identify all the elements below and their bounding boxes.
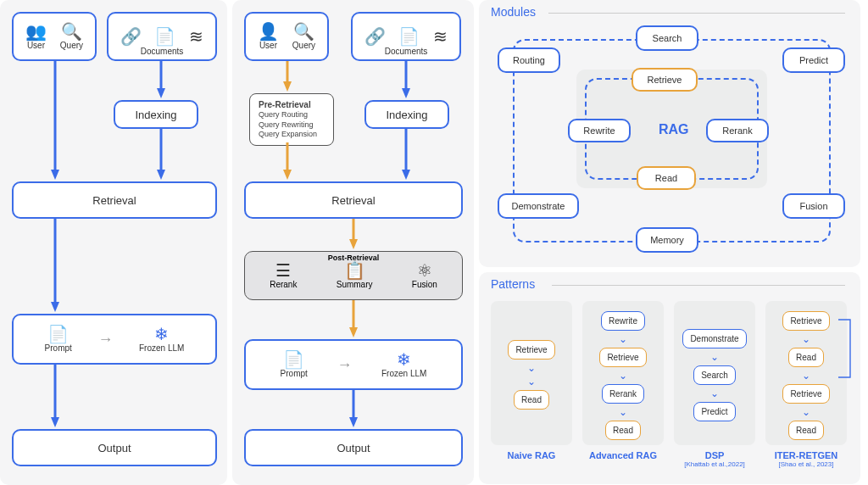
search-doc-icon-2: 🔍 (293, 23, 314, 40)
dsp-s2: Predict (693, 402, 735, 421)
retrieval-box: Retrieval (12, 181, 217, 219)
stack-icon: ≋ (189, 28, 203, 45)
svg-marker-1 (51, 170, 59, 180)
arrow-docs-indexing-2 (402, 61, 410, 100)
routing-box: Routing (498, 47, 560, 73)
frozen-label-2: Frozen LLM (381, 369, 426, 378)
iter-loop-connector (765, 301, 859, 445)
svg-marker-21 (349, 327, 358, 337)
documents-box: 🔗 📄 ≋ Documents (107, 12, 217, 61)
indexing-box: Indexing (114, 100, 198, 129)
stack-icon-2: ≋ (433, 28, 448, 45)
rerank-label: Rerank (270, 280, 297, 289)
retrieval-label-2: Retrieval (331, 194, 375, 207)
arrow-llm-output-2 (349, 390, 358, 429)
adv-s3: Read (605, 421, 641, 440)
retrieval-label: Retrieval (92, 194, 136, 207)
pre-retrieval-box: Pre-Retrieval Query Routing Query Rewrit… (249, 93, 334, 146)
right-column: Modules Routing Search Predict Retrieve … (479, 0, 860, 485)
rerank-box: Rerank (706, 119, 769, 142)
documents-box-2: 🔗 📄 ≋ Documents (351, 12, 461, 61)
output-label: Output (97, 442, 131, 454)
clipboard-icon: 📋 (344, 262, 365, 279)
documents-label-2: Documents (385, 47, 428, 56)
svg-marker-7 (51, 302, 59, 312)
iter-label: ITER-RETGEN[Shao et al., 2023] (765, 450, 847, 468)
fusion-box: Fusion (782, 193, 845, 219)
arrow-docs-indexing (157, 61, 165, 100)
users-icon: 👥 (25, 23, 47, 40)
output-box-2: Output (244, 429, 463, 466)
link-icon: 🔗 (120, 28, 142, 45)
naive-s1: Read (514, 390, 549, 410)
link-icon-2: 🔗 (364, 28, 386, 45)
arrow-post-prompt (349, 300, 358, 339)
memory-box: Memory (636, 227, 698, 253)
pre-2: Query Rewriting (259, 120, 325, 131)
file-icon-2: 📄 (398, 28, 420, 45)
indexing-label: Indexing (135, 109, 176, 121)
adv-label: Advanced RAG (582, 450, 664, 460)
retrieve-box: Retrieve (632, 68, 698, 92)
user-query-box-2: 👤User 🔍Query (244, 12, 329, 61)
user-query-box: 👥 User 🔍 Query (12, 12, 97, 61)
patterns-panel: Patterns Retrieve ⌄ ⌄ Read Naive RAG Rew… (479, 272, 860, 484)
documents-label: Documents (141, 47, 184, 56)
chev-icon: ⌄ (710, 352, 719, 362)
atom-icon: ⚛ (417, 262, 432, 279)
dsp-s1: Search (693, 365, 736, 385)
query-icon-col: 🔍 Query (60, 23, 83, 50)
into-arrow-icon: → (97, 331, 113, 348)
svg-marker-11 (283, 81, 292, 92)
chev-icon: ⌄ (619, 407, 627, 417)
summary-label: Summary (337, 280, 373, 289)
svg-marker-19 (349, 239, 358, 249)
arrow-uq-pre (283, 61, 292, 93)
frozen-col: ❄ Frozen LLM (139, 326, 184, 353)
adv-s1: Retrieve (599, 348, 646, 367)
post-h: Post-Retrieval (328, 254, 380, 262)
svg-marker-15 (402, 88, 410, 98)
svg-marker-5 (157, 170, 165, 180)
arrow-indexing-retrieval-2 (402, 129, 410, 181)
user-icon: 👤 (258, 23, 279, 40)
arrow-llm-output (51, 365, 59, 429)
pre-h: Pre-Retrieval (259, 99, 325, 110)
search-box: Search (636, 25, 698, 51)
prompt-label: Prompt (45, 343, 72, 353)
doc-icon-2: 📄 (283, 351, 304, 368)
advanced-rag-column: 👤User 🔍Query 🔗 📄 ≋ Documents Pre-Retriev… (232, 0, 474, 485)
prompt-label-2: Prompt (281, 369, 308, 378)
pattern-dsp: Demonstrate ⌄ Search ⌄ Predict (674, 301, 755, 445)
output-label-2: Output (337, 442, 370, 454)
arrow-pre-retrieval (283, 142, 292, 181)
rewrite-box: Rewrite (568, 119, 631, 142)
query-label: Query (60, 41, 83, 50)
prompt-llm-box-2: 📄Prompt → ❄Frozen LLM (244, 339, 463, 390)
svg-marker-17 (402, 170, 410, 180)
dsp-s0: Demonstrate (682, 329, 746, 348)
fusion-label: Fusion (412, 280, 437, 289)
arrow-indexing-retrieval (157, 129, 165, 181)
rag-label: RAG (659, 122, 689, 137)
modules-panel: Modules Routing Search Predict Retrieve … (479, 0, 860, 267)
search-doc-icon: 🔍 (61, 23, 82, 40)
query-label-2: Query (292, 41, 315, 50)
user-label-2: User (259, 41, 277, 50)
prompt-llm-box: 📄 Prompt → ❄ Frozen LLM (12, 314, 217, 365)
arrow-retrieval-post (349, 219, 358, 251)
modules-title: Modules (491, 5, 536, 19)
prompt-col: 📄 Prompt (45, 326, 72, 353)
svg-marker-9 (51, 417, 59, 427)
adv-s2: Rerank (602, 384, 644, 404)
snowflake-icon-2: ❄ (397, 351, 411, 368)
naive-s0: Retrieve (508, 340, 554, 360)
adv-s0: Rewrite (601, 311, 645, 331)
pattern-naive: Retrieve ⌄ ⌄ Read (491, 301, 572, 445)
output-box: Output (12, 429, 217, 466)
rerank-icon: ☰ (275, 262, 291, 279)
demonstrate-box: Demonstrate (498, 193, 579, 219)
patterns-title: Patterns (491, 277, 535, 291)
arrow-retrieval-prompt (51, 219, 59, 314)
pattern-advanced: Rewrite ⌄ Retrieve ⌄ Rerank ⌄ Read (582, 301, 664, 445)
